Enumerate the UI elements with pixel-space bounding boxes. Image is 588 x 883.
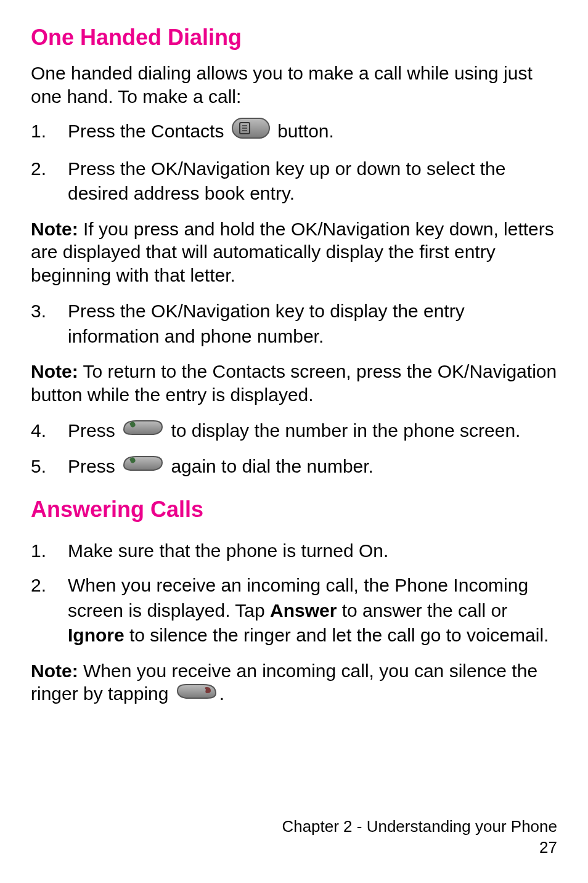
step-text-part: Press [68,456,120,476]
list-item: 2. When you receive an incoming call, th… [31,573,557,648]
step-text: Press the Contacts [68,119,557,147]
list-item: 2. Press the OK/Navigation key up or dow… [31,157,557,206]
step-number: 5. [31,454,68,479]
step-text: Press the OK/Navigation key up or down t… [68,157,557,206]
intro-paragraph: One handed dialing allows you to make a … [31,62,557,108]
step-text: Make sure that the phone is turned On. [68,539,557,564]
step-text: When you receive an incoming call, the P… [68,573,557,648]
note-paragraph: Note: To return to the Contacts screen, … [31,360,557,406]
list-item: 1. Press the Contacts [31,119,557,147]
step-number: 2. [31,573,68,598]
step-list: 1. Make sure that the phone is turned On… [31,539,557,648]
step-text-part: button. [277,121,334,141]
note-text-part: . [219,683,224,704]
step-text-part: Press the Contacts [68,121,229,141]
step-text: Press to display the number in the [68,418,557,444]
page-footer: Chapter 2 - Understanding your Phone 27 [282,816,557,858]
step-text-part: to answer the call or [337,600,507,621]
heading-one-handed-dialing: One Handed Dialing [31,25,557,51]
step-list: 3. Press the OK/Navigation key to displa… [31,299,557,349]
document-page: One Handed Dialing One handed dialing al… [0,0,588,883]
heading-answering-calls: Answering Calls [31,497,557,523]
step-list: 1. Press the Contacts [31,119,557,206]
note-label: Note: [31,661,78,681]
step-number: 4. [31,418,68,444]
ignore-label: Ignore [68,625,125,645]
list-item: 3. Press the OK/Navigation key to displa… [31,299,557,349]
svg-rect-0 [232,118,269,138]
answer-label: Answer [270,600,337,621]
note-paragraph: Note: If you press and hold the OK/Navig… [31,218,557,287]
step-number: 1. [31,119,68,144]
note-text: If you press and hold the OK/Navigation … [31,219,554,285]
contacts-button-icon [232,118,270,145]
note-paragraph: Note: When you receive an incoming call,… [31,659,557,707]
note-text: When you receive an incoming call, you c… [31,661,537,704]
call-button-icon [123,418,163,444]
note-text: To return to the Contacts screen, press … [31,361,557,405]
list-item: 4. Press to display [31,418,557,444]
chapter-label: Chapter 2 - Understanding your Phone [282,816,557,837]
step-text: Press the OK/Navigation key to display t… [68,299,557,349]
note-label: Note: [31,361,78,381]
page-number: 27 [282,837,557,858]
step-text-part: to silence the ringer and let the call g… [125,625,549,645]
list-item: 1. Make sure that the phone is turned On… [31,539,557,564]
step-text-part: Press [68,420,120,441]
step-list: 4. Press to display [31,418,557,481]
call-button-icon [123,454,163,479]
step-text: Press again to dial the number. [68,454,557,480]
step-text-part: to display the number in the phone scree… [171,420,520,441]
end-call-button-icon [176,682,217,706]
step-number: 2. [31,157,68,182]
list-item: 5. Press again to d [31,454,557,480]
step-number: 1. [31,539,68,564]
note-label: Note: [31,219,78,239]
step-number: 3. [31,299,68,324]
step-text-part: again to dial the number. [171,456,374,476]
